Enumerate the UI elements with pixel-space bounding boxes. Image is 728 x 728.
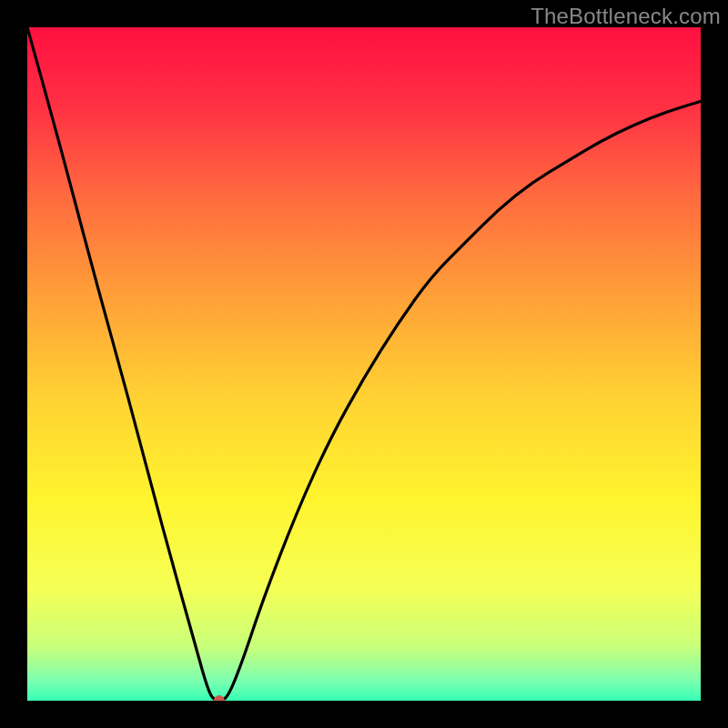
optimal-point-marker: [214, 695, 225, 701]
bottleneck-curve: [27, 27, 701, 701]
watermark-text: TheBottleneck.com: [531, 4, 721, 29]
curve-layer: [27, 27, 701, 701]
plot-area: [27, 27, 701, 701]
chart-frame: TheBottleneck.com: [0, 0, 728, 728]
